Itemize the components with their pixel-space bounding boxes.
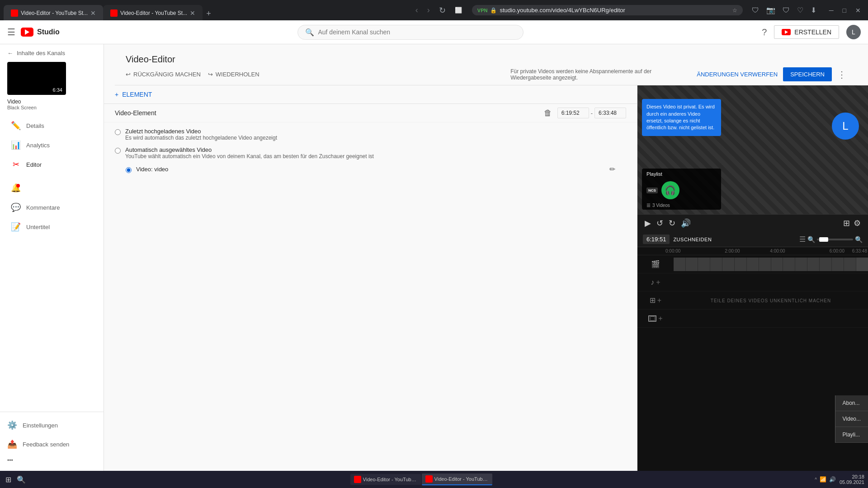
save-button[interactable]: SPEICHERN: [783, 67, 832, 81]
hamburger-button[interactable]: ☰: [7, 27, 15, 38]
delete-element-button[interactable]: 🗑: [544, 108, 552, 118]
more-items-button[interactable]: •••: [4, 454, 100, 467]
add-element-button[interactable]: + ELEMENT: [104, 85, 637, 103]
more-dots-icon: •••: [7, 457, 13, 464]
preview-playlist-card: Playlist NCS 🎧 ☰ 3 Videos: [642, 169, 721, 210]
taskbar-app-2[interactable]: Video-Editor - YouTube St...: [422, 474, 492, 485]
close-window-button[interactable]: ✕: [852, 5, 864, 16]
undo-label: RÜCKGÄNGIG MACHEN: [133, 71, 201, 78]
extension-btn-2[interactable]: 📷: [764, 4, 777, 16]
add-card-button[interactable]: +: [658, 314, 662, 323]
help-button[interactable]: ?: [762, 27, 767, 38]
star-icon[interactable]: ☆: [732, 7, 737, 14]
card-track-icon-area: □ +: [637, 314, 674, 323]
headphone-icon: 🎧: [665, 185, 676, 196]
minimize-button[interactable]: ─: [826, 5, 837, 16]
tab2-close[interactable]: ✕: [190, 9, 195, 17]
track-segment-13: [820, 258, 831, 271]
studio-top-nav: ☰ Studio 🔍 ? ERSTELLEN L: [0, 20, 868, 44]
zoom-slider[interactable]: [817, 239, 853, 240]
track-segment-6: [735, 258, 746, 271]
edit-video-button[interactable]: ✏: [609, 165, 615, 174]
discard-changes-button[interactable]: ÄNDERUNGEN VERWERFEN: [697, 71, 778, 78]
zoom-in-icon[interactable]: 🔍: [855, 236, 863, 243]
audio-track-icon-area: ♪ +: [637, 278, 674, 286]
volume-button[interactable]: 🔊: [681, 218, 691, 228]
new-tab-button[interactable]: +: [203, 7, 215, 20]
browser-tab-1[interactable]: Video-Editor - YouTube St... ✕: [4, 5, 103, 20]
sidebar-item-feedback[interactable]: 📤 Feedback senden: [4, 435, 100, 454]
grid-view-button[interactable]: ⊞: [843, 218, 850, 228]
add-blur-button[interactable]: +: [657, 296, 661, 305]
more-actions-button[interactable]: ⋮: [837, 69, 846, 80]
zoom-out-icon[interactable]: 🔍: [807, 236, 815, 243]
radio-specific-input[interactable]: [126, 167, 132, 173]
lock-icon: 🔒: [490, 7, 497, 14]
track-segment-4: [710, 258, 722, 271]
track-segment-16: [856, 258, 868, 271]
play-button[interactable]: ▶: [645, 218, 651, 228]
address-bar-wrapper[interactable]: VPN 🔒 ☆: [472, 5, 743, 15]
systray-network: 📶: [820, 476, 826, 483]
maximize-button[interactable]: □: [839, 5, 850, 16]
time-end-input[interactable]: [594, 108, 626, 118]
create-button[interactable]: ERSTELLEN: [774, 25, 839, 39]
search-bar[interactable]: 🔍: [297, 25, 524, 40]
vpn-badge: VPN: [477, 8, 488, 13]
blur-track-row: ⊞ + TEILE DEINES VIDEOS UNKENNTLICH MACH…: [637, 291, 868, 310]
redo-button[interactable]: ↪ WIEDERHOLEN: [208, 71, 259, 78]
forward-nav-button[interactable]: ›: [425, 5, 433, 16]
create-label: ERSTELLEN: [794, 28, 831, 36]
timeline-ruler: 0:00:00 2:00:00 4:00:00 6:00:00 6:33:48: [637, 247, 868, 255]
rewind-button[interactable]: ↺: [656, 218, 663, 228]
time-start-input[interactable]: [557, 108, 589, 118]
undo-button[interactable]: ↩ RÜCKGÄNGIG MACHEN: [126, 71, 201, 78]
sidebar-item-notifications[interactable]: 🔔: [4, 178, 100, 197]
systray-arrow[interactable]: ^: [815, 477, 817, 482]
track-segment-15: [844, 258, 856, 271]
ctx-item-video[interactable]: Video...: [835, 411, 868, 427]
sidebar-item-details[interactable]: ✏️ Details: [4, 116, 100, 135]
extension-btn-3[interactable]: 🛡: [781, 5, 792, 16]
extension-btn-1[interactable]: 🛡: [750, 5, 761, 16]
user-avatar[interactable]: L: [846, 25, 861, 39]
sidebar-item-editor[interactable]: ✂ Editor: [4, 155, 100, 174]
sidebar-item-untertitel[interactable]: 📝 Untertitel: [4, 217, 100, 236]
ts-0: 0:00:00: [665, 247, 710, 255]
browser-tab-2[interactable]: Video-Editor - YouTube St... ✕: [103, 5, 203, 20]
blur-track-text: TEILE DEINES VIDEOS UNKENNTLICH MACHEN: [711, 298, 831, 303]
blur-track-icon: ⊞: [650, 296, 656, 305]
taskbar-app-1[interactable]: Video-Editor - YouTube St...: [350, 474, 421, 485]
sidebar-item-einstellungen[interactable]: ⚙️ Einstellungen: [4, 416, 100, 435]
radio-auto-content: Automatisch ausgewähltes Video YouTube w…: [125, 146, 374, 160]
systray: ^ 📶 🔊: [815, 476, 836, 483]
radio-last-input[interactable]: [115, 129, 121, 135]
extension-btn-5[interactable]: ⬇: [809, 4, 818, 16]
add-audio-button[interactable]: +: [656, 278, 660, 286]
address-input[interactable]: [500, 7, 729, 14]
sidebar-item-kommentare[interactable]: 💬 Kommentare: [4, 198, 100, 217]
settings-view-button[interactable]: ⚙: [854, 218, 861, 228]
radio-auto-input[interactable]: [115, 148, 121, 154]
back-to-channel-button[interactable]: ← Inhalte des Kanals: [7, 50, 96, 56]
forward-button[interactable]: ↻: [669, 218, 675, 228]
ctx-item-playlist[interactable]: Playli...: [835, 427, 868, 443]
ctx-item-abon[interactable]: Abon...: [835, 395, 868, 411]
search-taskbar-button[interactable]: 🔍: [15, 474, 28, 486]
tab1-close[interactable]: ✕: [90, 9, 96, 17]
trim-button[interactable]: ZUSCHNEIDEN: [673, 237, 712, 242]
search-input[interactable]: [318, 28, 516, 36]
yt-logo-icon: [21, 28, 33, 37]
home-button[interactable]: ⬜: [452, 6, 465, 14]
sidebar-item-analytics[interactable]: 📊 Analytics: [4, 136, 100, 155]
notifications-icon-wrap: 🔔: [11, 183, 21, 193]
radio-auto-sub: YouTube wählt automatisch ein Video von …: [125, 153, 374, 160]
preview-playback-buttons: ▶ ↺ ↻ 🔊: [645, 218, 691, 228]
radio-options-group: Zuletzt hochgeladenes Video Es wird auto…: [104, 122, 637, 184]
reload-button[interactable]: ↻: [436, 5, 448, 16]
video-element-label: Video-Element: [115, 109, 538, 117]
back-nav-button[interactable]: ‹: [413, 5, 421, 16]
playlist-count: ☰ 3 Videos: [642, 201, 721, 210]
start-button[interactable]: ⊞: [4, 474, 13, 486]
extension-btn-4[interactable]: ♡: [795, 4, 805, 16]
